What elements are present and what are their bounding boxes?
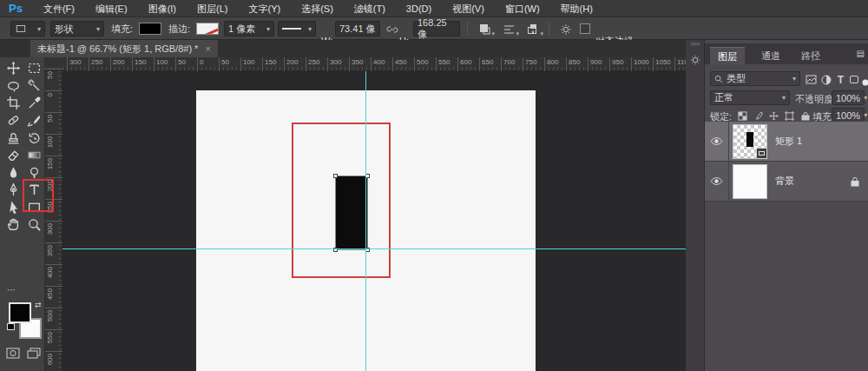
tool-brush[interactable] [24,111,43,129]
layer-row-rectangle-1[interactable]: 矩形 1 [705,122,868,162]
tool-move[interactable] [3,59,23,76]
v-ruler-tick: 600 [45,351,62,352]
layer-name[interactable]: 背景 [775,175,794,188]
menu-item-3[interactable]: 图层(L) [187,3,238,14]
rectangle-tool-icon [15,23,27,34]
menu-item-8[interactable]: 视图(V) [442,3,495,14]
v-ruler-tick: 200 [45,177,62,178]
blend-mode-select[interactable]: 正常 ▾ [710,90,790,105]
layer-name[interactable]: 矩形 1 [775,135,802,148]
filter-pixel-layers-icon[interactable] [804,72,819,87]
tab-layers[interactable]: 图层 [710,47,745,64]
shape-mode-select[interactable]: 形状 ▾ [50,21,104,36]
vertical-guide[interactable] [365,71,366,371]
menu-item-4[interactable]: 文字(Y) [238,3,291,14]
lock-pixels-icon[interactable] [752,109,765,123]
vertical-ruler[interactable]: 50050100150200250300350400450500550600 [45,71,62,371]
height-value: 168.25 像 [418,17,456,41]
tool-path-select[interactable] [3,198,23,215]
tool-zoom[interactable] [24,215,43,233]
fill-swatch[interactable] [139,23,161,35]
opacity-input[interactable]: 100% ▾ [832,90,865,105]
horizontal-ruler[interactable]: 3002502001501005005010015020025030035040… [45,57,686,71]
tool-clone-stamp[interactable] [3,129,23,146]
width-input[interactable]: 73.41 像 [335,21,380,36]
align-edges-checkbox[interactable] [580,23,590,34]
toolbar-overflow-dots[interactable]: ⋯ [7,285,17,295]
tool-preset-button[interactable]: ▾ [10,21,45,36]
screen-mode-button[interactable] [24,344,43,361]
layer-filter-select[interactable]: 类型 ▾ [710,71,800,86]
fill-opacity-input[interactable]: 100% ▾ [832,108,865,123]
tool-marquee[interactable] [24,59,43,76]
document-tab[interactable]: 未标题-1 @ 66.7% (矩形 1, RGB/8#) * × [30,40,218,57]
opacity-label: 不透明度: [795,93,836,106]
close-icon[interactable]: × [205,40,210,57]
stroke-style-select[interactable]: ▾ [278,21,316,36]
tool-magic-wand[interactable] [24,76,43,94]
tool-eraser[interactable] [3,146,23,163]
chevron-down-icon: ▾ [305,25,312,33]
menu-item-7[interactable]: 3D(D) [396,3,442,14]
menu-item-6[interactable]: 滤镜(T) [344,3,396,14]
gear-panel-icon[interactable] [687,52,703,68]
collapsed-dock-strip [686,40,705,371]
chevron-down-icon: ▾ [516,30,519,37]
menu-item-5[interactable]: 选择(S) [291,3,344,14]
opacity-value: 100% [836,93,860,103]
tool-crop[interactable] [3,94,23,111]
eraser-icon [6,148,21,162]
path-operations-button[interactable]: ▾ [474,22,495,36]
h-ruler-tick: 500 [414,57,428,71]
tab-channels[interactable]: 通道 [753,47,788,64]
lock-transparency-icon[interactable] [736,109,749,123]
document-viewport[interactable] [62,71,686,371]
menu-item-10[interactable]: 帮助(H) [550,3,603,14]
tool-hand[interactable] [3,215,23,233]
menu-item-1[interactable]: 编辑(E) [85,3,138,14]
filter-toggle-dot[interactable] [858,75,868,89]
path-arrangement-button[interactable]: ▾ [523,22,543,36]
filter-type-value: 类型 [727,72,746,85]
lock-all-icon[interactable] [799,109,812,123]
h-ruler-tick: 100 [154,57,168,71]
horizontal-guide[interactable] [62,248,686,249]
dock-grip[interactable] [691,43,700,45]
layer-row-background[interactable]: 背景 [705,162,868,202]
height-input[interactable]: 168.25 像 [413,21,460,36]
pen-icon [6,182,21,197]
tool-gradient[interactable] [24,146,43,163]
stroke-width-select[interactable]: 1 像素 ▾ [224,21,274,36]
tool-blur[interactable] [3,163,23,181]
filter-adjustment-layers-icon[interactable] [819,72,833,87]
layer-thumbnail[interactable] [733,124,767,159]
visibility-cell[interactable] [705,122,729,162]
path-alignment-button[interactable]: ▾ [498,22,519,36]
layer-thumbnail[interactable] [733,164,767,199]
tool-history-brush[interactable] [24,129,43,146]
tool-lasso[interactable] [3,76,23,94]
lock-artboard-icon[interactable] [783,109,796,123]
menu-item-9[interactable]: 窗口(W) [495,3,550,14]
menu-item-0[interactable]: 文件(F) [33,3,85,14]
h-ruler-tick: 150 [262,57,276,71]
tab-paths[interactable]: 路径 [793,47,828,64]
swap-colors-icon[interactable]: ⇄ [35,301,42,309]
tool-healing[interactable] [3,111,23,129]
gear-icon[interactable] [556,22,576,36]
foreground-color-swatch[interactable] [9,302,31,323]
tool-dodge[interactable] [24,163,43,181]
visibility-cell[interactable] [705,162,729,202]
anchor-handle[interactable] [333,174,338,178]
tool-pen[interactable] [3,181,23,198]
lock-position-icon[interactable] [767,109,780,123]
gradient-icon [27,148,42,162]
stroke-swatch[interactable] [196,23,219,35]
tool-eyedropper[interactable] [24,94,43,111]
default-colors-icon[interactable] [7,323,15,330]
quick-mask-button[interactable] [3,344,23,361]
menu-item-2[interactable]: 图像(I) [138,3,187,14]
black-shape-rectangle[interactable] [336,176,367,249]
fill-label: 填充: [111,17,133,40]
panel-menu-icon[interactable]: ▤ [857,51,865,56]
